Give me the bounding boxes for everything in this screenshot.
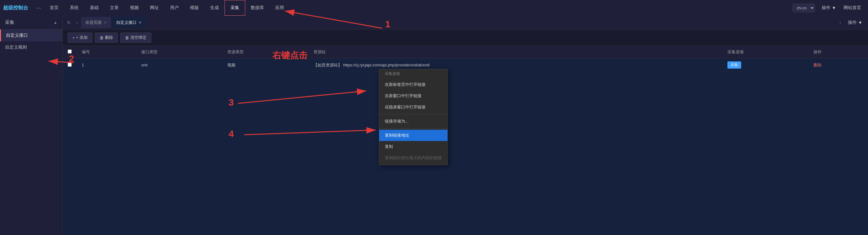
context-menu-copy-link-address[interactable]: 复制链接地址 — [379, 130, 447, 141]
nav-user[interactable]: 用户 — [164, 0, 184, 16]
th-ops: 操作 — [808, 46, 868, 58]
select-all-checkbox[interactable] — [68, 50, 72, 54]
td-collect-options: 采集 — [722, 58, 808, 72]
sidebar-title: 采集 — [5, 20, 14, 25]
lang-select[interactable]: zh-cn en-us — [793, 4, 815, 12]
top-nav: 超级控制台 ··· 首页 系统 基础 文章 视频 网址 用户 模版 生成 采集 … — [0, 0, 868, 16]
tab-nav-right[interactable]: › — [837, 19, 844, 27]
row-checkbox[interactable] — [68, 63, 72, 67]
nav-article[interactable]: 文章 — [104, 0, 124, 16]
delete-icon: 🗑 — [100, 35, 104, 40]
td-resource-type: 视频 — [222, 58, 308, 72]
table-container: 编号 接口类型 资源类型 资源站 采集选项 操作 — [63, 46, 868, 235]
sidebar-item-custom-interface[interactable]: 自定义接口 — [0, 29, 62, 41]
th-id: 编号 — [77, 46, 136, 58]
nav-basic[interactable]: 基础 — [84, 0, 104, 16]
context-menu-open-incognito[interactable]: 在隐身窗口中打开链接 — [379, 101, 447, 113]
add-icon: + — [72, 35, 75, 40]
td-checkbox — [63, 58, 77, 72]
th-resource-site: 资源站 — [308, 46, 722, 58]
nav-url[interactable]: 网址 — [144, 0, 164, 16]
nav-video[interactable]: 视频 — [124, 0, 144, 16]
collect-button[interactable]: 采集 — [727, 61, 741, 69]
sidebar-collapse-button[interactable]: ▲ — [54, 20, 57, 25]
add-label: + 添加 — [76, 35, 88, 40]
td-interface-type: xml — [136, 58, 222, 72]
tab-custom-interface-label: 自定义接口 — [116, 20, 136, 25]
tab-welcome-close[interactable]: ✕ — [104, 20, 107, 25]
tab-bar: ↻ ‹ 欢迎页面 ✕ 自定义接口 ✕ › 操作 ▼ — [63, 16, 868, 29]
context-menu-header: 采集选项 — [379, 69, 447, 78]
th-interface-type: 接口类型 — [136, 46, 222, 58]
th-checkbox — [63, 46, 77, 58]
context-menu-open-new-window[interactable]: 在新窗口中打开链接 — [379, 90, 447, 101]
context-menu-open-new-tab[interactable]: 在新标签页中打开链接 — [379, 79, 447, 90]
data-table: 编号 接口类型 资源类型 资源站 采集选项 操作 — [63, 46, 868, 72]
context-menu-section-copy: 复制链接地址 复制 复制指向突出显示的内容的链接 — [379, 128, 447, 165]
tab-welcome[interactable]: 欢迎页面 ✕ — [81, 17, 111, 28]
toolbar: + + 添加 🗑 删除 🗑 清空绑定 — [63, 29, 868, 46]
row-delete-button[interactable]: 删除 — [813, 63, 822, 67]
nav-home[interactable]: 首页 — [44, 0, 64, 16]
delete-label: 删除 — [105, 35, 113, 40]
clear-icon: 🗑 — [125, 35, 129, 40]
tab-custom-interface-close[interactable]: ✕ — [138, 20, 142, 25]
th-resource-type: 资源类型 — [222, 46, 308, 58]
add-button[interactable]: + + 添加 — [68, 33, 92, 42]
tab-custom-interface[interactable]: 自定义接口 ✕ — [112, 17, 146, 28]
context-menu-section-save: 链接存储为... — [379, 114, 447, 128]
td-resource-site: 【如意资源站】 https://cj.rycjapi.com/api.php/p… — [308, 58, 722, 72]
sidebar-header: 采集 ▲ — [0, 16, 62, 29]
refresh-button[interactable]: ↻ — [64, 19, 73, 26]
context-menu-copy[interactable]: 复制 — [379, 141, 447, 152]
table-row: 1 xml 视频 【如意资源站】 https://cj.rycjapi.com/… — [63, 58, 868, 72]
nav-system[interactable]: 系统 — [64, 0, 84, 16]
tab-ops-button[interactable]: 操作 ▼ — [844, 20, 866, 25]
more-button[interactable]: ··· — [33, 5, 44, 11]
delete-button[interactable]: 🗑 删除 — [95, 33, 118, 42]
td-id: 1 — [77, 58, 136, 72]
td-ops: 删除 — [808, 58, 868, 72]
nav-template[interactable]: 模版 — [184, 0, 205, 16]
context-menu-copy-highlight-link: 复制指向突出显示的内容的链接 — [379, 152, 447, 164]
context-menu: 采集选项 在新标签页中打开链接 在新窗口中打开链接 在隐身窗口中打开链接 链接存… — [379, 69, 448, 165]
back-button[interactable]: ‹ — [74, 19, 81, 26]
ops-button[interactable]: 操作 ▼ — [818, 5, 840, 11]
context-menu-section-open: 在新标签页中打开链接 在新窗口中打开链接 在隐身窗口中打开链接 — [379, 78, 447, 114]
brand-logo: 超级控制台 — [3, 5, 28, 11]
nav-collect[interactable]: 采集 — [224, 0, 245, 16]
context-menu-save-link[interactable]: 链接存储为... — [379, 116, 447, 127]
th-collect-options: 采集选项 — [722, 46, 808, 58]
content-area: ↻ ‹ 欢迎页面 ✕ 自定义接口 ✕ › 操作 ▼ — [63, 16, 868, 235]
nav-database[interactable]: 数据库 — [245, 0, 270, 16]
sidebar: 采集 ▲ 自定义接口 自定义规则 — [0, 16, 63, 235]
nav-app[interactable]: 应用 — [270, 0, 290, 16]
site-home-button[interactable]: 网站首页 — [840, 5, 865, 11]
clear-button[interactable]: 🗑 清空绑定 — [120, 33, 151, 42]
sidebar-item-custom-rule[interactable]: 自定义规则 — [0, 41, 62, 53]
tab-welcome-label: 欢迎页面 — [86, 20, 102, 25]
nav-generate[interactable]: 生成 — [205, 0, 224, 16]
clear-label: 清空绑定 — [130, 35, 147, 40]
